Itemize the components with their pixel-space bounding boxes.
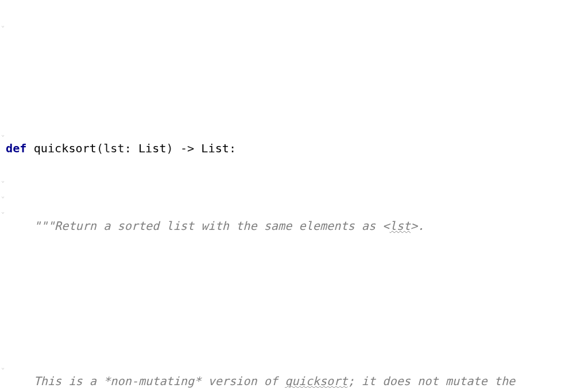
type-anno: List [201, 141, 229, 155]
docstring-text: quicksort [285, 374, 347, 388]
punct: : [125, 141, 131, 155]
docstring-text: Return a sorted list with the same eleme… [55, 219, 389, 233]
fold-icon[interactable]: ⌄ [1, 188, 5, 203]
code-editor[interactable]: ⌄ ⌄ ⌄ ⌄ ⌄ ⌄ def quicksort(lst: List) -> … [0, 0, 588, 388]
fold-icon[interactable]: ⌄ [1, 126, 5, 142]
code-line[interactable]: def quicksort(lst: List) -> List: [2, 141, 588, 156]
arrow: -> [173, 141, 202, 155]
type-anno: List [138, 141, 167, 155]
code-line[interactable] [2, 296, 588, 312]
keyword-def: def [6, 141, 26, 155]
indent [6, 219, 34, 233]
docstring-text: >. [411, 219, 424, 233]
docstring-text: ; it does not mutate the [348, 374, 516, 388]
fold-icon[interactable]: ⌄ [1, 172, 5, 188]
docstring-quote: """ [34, 219, 55, 233]
code-line[interactable]: """Return a sorted list with the same el… [2, 218, 588, 234]
punct: ) [167, 141, 173, 155]
function-name: quicksort [34, 141, 96, 155]
punct: ( [96, 141, 103, 155]
fold-icon[interactable]: ⌄ [1, 17, 5, 33]
fold-gutter: ⌄ ⌄ ⌄ ⌄ ⌄ ⌄ [0, 0, 6, 388]
fold-icon[interactable]: ⌄ [1, 203, 5, 219]
code-line[interactable]: This is a *non-mutating* version of quic… [2, 374, 588, 388]
docstring-text: lst [389, 219, 410, 233]
docstring-text: This is a *non-mutating* version of [34, 374, 285, 388]
punct: : [229, 141, 236, 155]
fold-icon[interactable]: ⌄ [1, 359, 5, 375]
param-name: lst [103, 141, 124, 155]
indent [6, 374, 34, 388]
code-body[interactable]: def quicksort(lst: List) -> List: """Ret… [0, 79, 588, 388]
